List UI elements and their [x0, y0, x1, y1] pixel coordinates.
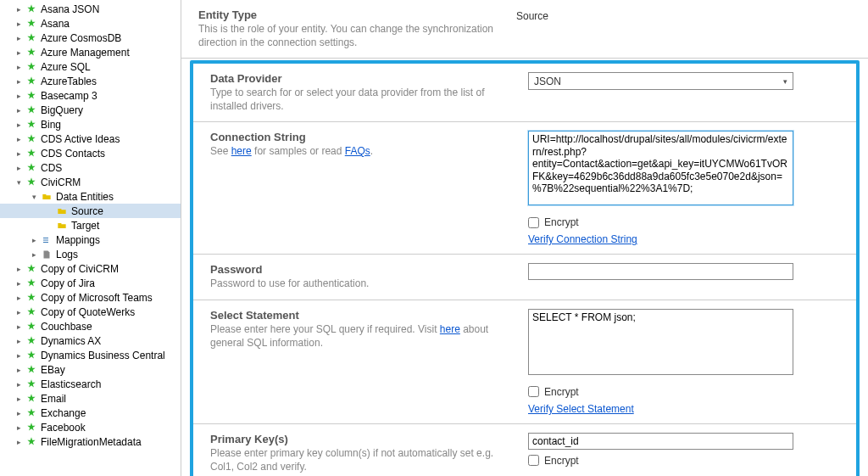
- expander-closed-icon[interactable]: ▸: [14, 307, 24, 317]
- tree-item-data-entities[interactable]: ▾Data Entities: [0, 189, 181, 204]
- tree-item-asana-json[interactable]: ▸Asana JSON: [0, 2, 181, 16]
- tree-item-copy-of-quotewerks[interactable]: ▸Copy of QuoteWerks: [0, 305, 181, 319]
- connection-string-here-link[interactable]: here: [231, 145, 252, 157]
- expander-closed-icon[interactable]: ▸: [14, 91, 24, 101]
- connection-icon: [25, 407, 37, 419]
- tree-item-label: Data Entities: [56, 191, 114, 203]
- connection-string-encrypt-checkbox[interactable]: [528, 217, 539, 228]
- tree-item-label: AzureTables: [41, 76, 97, 87]
- expander-closed-icon[interactable]: ▸: [14, 48, 24, 58]
- entity-type-value: Source: [516, 8, 805, 22]
- connection-icon: [25, 393, 37, 405]
- expander-closed-icon[interactable]: ▸: [14, 148, 24, 159]
- tree-item-dynamics-business-central[interactable]: ▸Dynamics Business Central: [0, 348, 181, 362]
- tree-item-couchbase[interactable]: ▸Couchbase: [0, 319, 181, 333]
- tree-item-facebook[interactable]: ▸Facebook: [0, 420, 181, 434]
- select-statement-here-link[interactable]: here: [440, 323, 460, 335]
- expander-closed-icon[interactable]: ▸: [29, 249, 39, 260]
- expander-closed-icon[interactable]: ▸: [14, 322, 24, 332]
- tree-item-azure-management[interactable]: ▸Azure Management: [0, 45, 181, 59]
- tree-sidebar[interactable]: ▸Asana JSON▸Asana▸Azure CosmosDB▸Azure M…: [0, 0, 181, 476]
- primary-keys-input[interactable]: [528, 433, 793, 450]
- expander-closed-icon[interactable]: ▸: [14, 278, 24, 288]
- tree-item-copy-of-microsoft-teams[interactable]: ▸Copy of Microsoft Teams: [0, 290, 181, 305]
- tree-item-azure-sql[interactable]: ▸Azure SQL: [0, 59, 181, 74]
- tree-item-copy-of-civicrm[interactable]: ▸Copy of CiviCRM: [0, 261, 181, 276]
- expander-closed-icon[interactable]: ▸: [14, 264, 24, 274]
- expander-open-icon[interactable]: ▾: [14, 177, 24, 188]
- tree-item-azuretables[interactable]: ▸AzureTables: [0, 74, 181, 88]
- tree-item-bigquery[interactable]: ▸BigQuery: [0, 103, 181, 117]
- connection-string-input[interactable]: [528, 131, 793, 205]
- expander-closed-icon[interactable]: ▸: [14, 379, 24, 389]
- highlighted-region: Data Provider Type to search for or sele…: [190, 60, 860, 476]
- password-desc: Password to use for authentication.: [210, 277, 520, 291]
- connection-icon: [25, 176, 37, 188]
- tree-item-label: Azure Management: [41, 47, 130, 59]
- tree-item-cds[interactable]: ▸CDS: [0, 160, 181, 175]
- tree-item-ebay[interactable]: ▸EBay: [0, 362, 181, 377]
- tree-item-label: EBay: [41, 364, 65, 376]
- verify-connection-string-link[interactable]: Verify Connection String: [528, 233, 637, 245]
- expander-closed-icon[interactable]: ▸: [14, 134, 24, 144]
- tree-item-label: CDS Contacts: [41, 148, 105, 160]
- tree-item-email[interactable]: ▸Email: [0, 391, 181, 406]
- tree-item-label: Logs: [56, 249, 78, 260]
- expander-closed-icon[interactable]: ▸: [14, 365, 24, 375]
- tree-item-label: Exchange: [41, 407, 86, 419]
- expander-closed-icon[interactable]: ▸: [14, 293, 24, 303]
- expander-closed-icon[interactable]: ▸: [14, 163, 24, 173]
- tree-item-label: Copy of CiviCRM: [41, 263, 119, 275]
- expander-closed-icon[interactable]: ▸: [14, 4, 24, 14]
- password-input[interactable]: [528, 263, 793, 280]
- tree-item-label: Asana JSON: [41, 3, 99, 15]
- tree-item-asana[interactable]: ▸Asana: [0, 16, 181, 31]
- connection-icon: [25, 292, 37, 304]
- expander-closed-icon[interactable]: ▸: [14, 120, 24, 130]
- tree-item-label: Dynamics AX: [41, 335, 101, 347]
- tree-item-exchange[interactable]: ▸Exchange: [0, 406, 181, 420]
- tree-item-elasticsearch[interactable]: ▸Elasticsearch: [0, 377, 181, 391]
- expander-closed-icon[interactable]: ▸: [14, 33, 24, 43]
- expander-closed-icon[interactable]: ▸: [14, 394, 24, 404]
- verify-select-statement-link[interactable]: Verify Select Statement: [528, 403, 634, 415]
- tree-item-target[interactable]: Target: [0, 218, 181, 232]
- section-primary-keys: Primary Key(s) Please enter primary key …: [193, 424, 856, 476]
- tree-item-copy-of-jira[interactable]: ▸Copy of Jira: [0, 276, 181, 290]
- connection-icon: [25, 119, 37, 131]
- connection-string-faqs-link[interactable]: FAQs: [345, 145, 370, 157]
- connection-icon: [25, 47, 37, 59]
- tree-item-civicrm[interactable]: ▾CiviCRM: [0, 175, 181, 189]
- tree-item-logs[interactable]: ▸Logs: [0, 247, 181, 261]
- select-statement-encrypt-checkbox[interactable]: [528, 386, 539, 397]
- primary-keys-encrypt-checkbox[interactable]: [528, 455, 539, 466]
- expander-closed-icon[interactable]: ▸: [29, 235, 39, 245]
- expander-closed-icon[interactable]: ▸: [14, 62, 24, 72]
- expander-closed-icon[interactable]: ▸: [14, 105, 24, 115]
- tree-item-mappings[interactable]: ▸Mappings: [0, 232, 181, 247]
- data-provider-dropdown[interactable]: JSON ▾: [528, 72, 793, 90]
- section-data-provider: Data Provider Type to search for or sele…: [193, 64, 856, 122]
- tree-item-cds-contacts[interactable]: ▸CDS Contacts: [0, 146, 181, 160]
- tree-item-label: CDS Active Ideas: [41, 133, 120, 145]
- expander-closed-icon[interactable]: ▸: [14, 336, 24, 346]
- expander-open-icon[interactable]: ▾: [29, 192, 39, 202]
- tree-item-azure-cosmosdb[interactable]: ▸Azure CosmosDB: [0, 31, 181, 45]
- expander-closed-icon[interactable]: ▸: [14, 76, 24, 87]
- tree-item-basecamp-3[interactable]: ▸Basecamp 3: [0, 88, 181, 103]
- expander-closed-icon[interactable]: ▸: [14, 408, 24, 418]
- expander-closed-icon[interactable]: ▸: [14, 350, 24, 361]
- expander-closed-icon[interactable]: ▸: [14, 19, 24, 29]
- tree-item-source[interactable]: Source: [0, 204, 181, 218]
- expander-closed-icon[interactable]: ▸: [14, 437, 24, 447]
- entity-type-title: Entity Type: [198, 8, 508, 21]
- tree-item-label: Facebook: [41, 422, 86, 434]
- primary-keys-title: Primary Key(s): [210, 433, 520, 445]
- tree-item-bing[interactable]: ▸Bing: [0, 117, 181, 132]
- tree-item-filemigrationmetadata[interactable]: ▸FileMigrationMetadata: [0, 434, 181, 449]
- select-statement-input[interactable]: [528, 309, 793, 375]
- tree-item-dynamics-ax[interactable]: ▸Dynamics AX: [0, 333, 181, 348]
- connection-icon: [25, 306, 37, 318]
- expander-closed-icon[interactable]: ▸: [14, 423, 24, 433]
- tree-item-cds-active-ideas[interactable]: ▸CDS Active Ideas: [0, 132, 181, 146]
